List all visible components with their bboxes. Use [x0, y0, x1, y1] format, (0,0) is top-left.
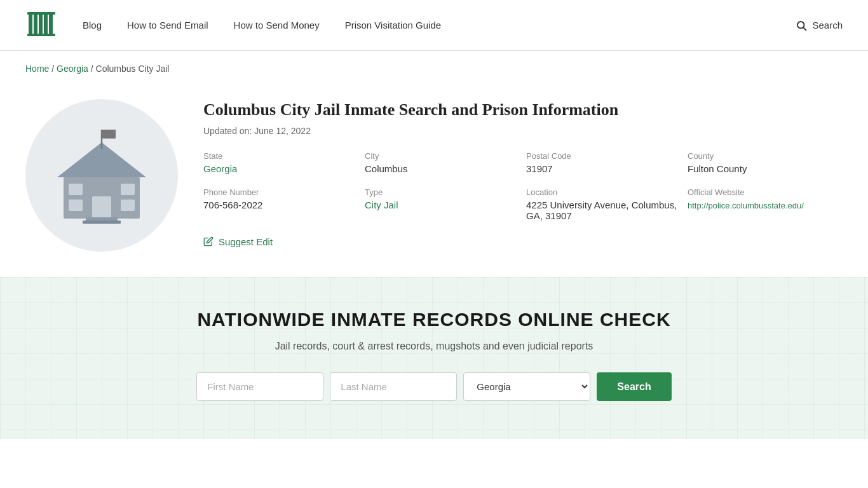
- field-phone: Phone Number 706-568-2022: [203, 187, 358, 221]
- search-button[interactable]: Search: [597, 372, 671, 401]
- info-section: Columbus City Jail Inmate Search and Pri…: [203, 99, 843, 252]
- header: Blog How to Send Email How to Send Money…: [0, 0, 868, 51]
- first-name-input[interactable]: [196, 372, 323, 401]
- bottom-subtitle: Jail records, court & arrest records, mu…: [25, 341, 843, 352]
- breadcrumb-current: Columbus City Jail: [96, 64, 170, 74]
- field-state: State Georgia: [203, 151, 358, 175]
- svg-rect-16: [121, 184, 135, 195]
- logo[interactable]: [25, 8, 57, 43]
- state-select[interactable]: AlabamaAlaskaArizonaArkansasCaliforniaCo…: [463, 372, 590, 401]
- breadcrumb: Home / Georgia / Columbus City Jail: [0, 51, 868, 86]
- svg-rect-6: [27, 34, 55, 36]
- website-value[interactable]: http://police.columbusstate.edu/: [688, 201, 804, 210]
- suggest-edit-label: Suggest Edit: [219, 236, 273, 247]
- prison-building-icon: [51, 123, 153, 227]
- prison-image: [25, 99, 178, 252]
- city-value: Columbus: [365, 163, 520, 174]
- phone-label: Phone Number: [203, 187, 358, 197]
- nav-blog[interactable]: Blog: [83, 20, 102, 30]
- svg-rect-3: [44, 13, 48, 35]
- postal-label: Postal Code: [526, 151, 681, 161]
- nav-how-to-send-money[interactable]: How to Send Money: [234, 20, 320, 30]
- field-postal: Postal Code 31907: [526, 151, 681, 175]
- svg-rect-12: [102, 130, 116, 139]
- svg-rect-14: [69, 184, 83, 195]
- svg-rect-4: [49, 13, 53, 35]
- phone-value: 706-568-2022: [203, 200, 358, 210]
- svg-rect-5: [27, 12, 55, 15]
- updated-on: Updated on: June 12, 2022: [203, 126, 843, 136]
- suggest-edit[interactable]: Suggest Edit: [203, 236, 843, 247]
- state-value[interactable]: Georgia: [203, 163, 237, 174]
- field-location: Location 4225 University Avenue, Columbu…: [526, 187, 681, 221]
- search-icon: [796, 20, 807, 31]
- nav-prison-visitation-guide[interactable]: Prison Visitation Guide: [345, 20, 441, 30]
- breadcrumb-home[interactable]: Home: [25, 64, 49, 74]
- location-value: 4225 University Avenue, Columbus, GA, 31…: [526, 200, 681, 221]
- postal-value: 31907: [526, 163, 681, 174]
- location-label: Location: [526, 187, 681, 197]
- state-label: State: [203, 151, 358, 161]
- field-type: Type City Jail: [365, 187, 520, 221]
- type-value[interactable]: City Jail: [365, 200, 398, 210]
- breadcrumb-georgia[interactable]: Georgia: [57, 64, 88, 74]
- city-label: City: [365, 151, 520, 161]
- bottom-section: NATIONWIDE INMATE RECORDS ONLINE CHECK J…: [0, 277, 868, 439]
- svg-rect-19: [83, 220, 121, 224]
- fields-grid: State Georgia City Columbus Postal Code …: [203, 151, 843, 221]
- field-county: County Fulton County: [688, 151, 843, 175]
- last-name-input[interactable]: [330, 372, 457, 401]
- county-label: County: [688, 151, 843, 161]
- county-value: Fulton County: [688, 163, 843, 174]
- breadcrumb-sep2: /: [91, 64, 96, 74]
- field-website: Official Website http://police.columbuss…: [688, 187, 843, 221]
- svg-line-8: [804, 27, 806, 30]
- pencil-icon: [203, 236, 214, 247]
- svg-rect-13: [92, 196, 111, 219]
- search-form: AlabamaAlaskaArizonaArkansasCaliforniaCo…: [25, 372, 843, 401]
- prison-title: Columbus City Jail Inmate Search and Pri…: [203, 99, 843, 121]
- header-search[interactable]: Search: [796, 20, 843, 31]
- header-search-label: Search: [812, 20, 843, 30]
- nav-how-to-send-email[interactable]: How to Send Email: [127, 20, 208, 30]
- field-city: City Columbus: [365, 151, 520, 175]
- bottom-title: NATIONWIDE INMATE RECORDS ONLINE CHECK: [25, 309, 843, 330]
- svg-rect-17: [121, 200, 135, 211]
- svg-rect-0: [29, 13, 32, 35]
- svg-rect-1: [34, 13, 37, 35]
- website-label: Official Website: [688, 187, 843, 197]
- nav: Blog How to Send Email How to Send Money…: [83, 20, 796, 30]
- breadcrumb-sep1: /: [51, 64, 57, 74]
- svg-rect-2: [39, 13, 43, 35]
- svg-rect-15: [69, 200, 83, 211]
- main-content: Columbus City Jail Inmate Search and Pri…: [0, 86, 868, 277]
- type-label: Type: [365, 187, 520, 197]
